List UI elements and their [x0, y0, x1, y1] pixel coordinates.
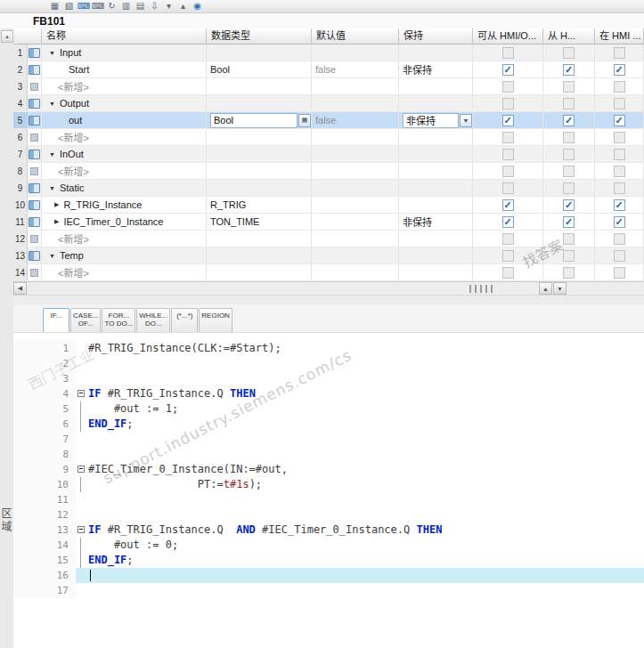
- scroll-up-icon[interactable]: ▲: [1, 30, 13, 43]
- declaration-row-12[interactable]: 12<新增>: [13, 231, 644, 247]
- insert-row-icon[interactable]: ▦: [49, 1, 61, 12]
- hmi-writable-checkbox[interactable]: [563, 182, 575, 194]
- code-line-8[interactable]: 8: [13, 447, 644, 462]
- default-value-cell[interactable]: [312, 264, 399, 280]
- data-type-cell[interactable]: [207, 247, 312, 263]
- name-cell[interactable]: ▶IEC_Timer_0_Instance: [42, 214, 207, 230]
- code-line-2[interactable]: 2: [13, 356, 644, 371]
- collapse-all-icon[interactable]: ▴: [177, 1, 189, 12]
- section-collapse-icon[interactable]: ▼: [49, 253, 55, 259]
- hmi-accessible-checkbox[interactable]: ✓: [502, 216, 514, 228]
- splitter-grip[interactable]: [469, 285, 493, 293]
- hmi-writable-checkbox[interactable]: ✓: [563, 216, 575, 228]
- default-value-cell[interactable]: [312, 180, 399, 196]
- snippet-comment-button[interactable]: (*...*): [171, 308, 198, 332]
- snippet-while-button[interactable]: WHILE... DO...: [136, 308, 170, 332]
- retain-dropdown-button[interactable]: ▼: [460, 114, 472, 127]
- data-type-cell[interactable]: [207, 231, 312, 247]
- hmi-visible-checkbox[interactable]: ✓: [614, 115, 625, 126]
- declaration-row-2[interactable]: 2StartBoolfalse非保持✓✓✓: [13, 61, 644, 78]
- default-value-cell[interactable]: [312, 163, 399, 179]
- name-cell[interactable]: Start: [42, 61, 207, 77]
- code-line-15[interactable]: 15END_IF;: [13, 553, 644, 568]
- code-line-4[interactable]: 4IF #R_TRIG_Instance.Q THEN: [13, 386, 644, 401]
- scroll-left-icon[interactable]: ◀: [13, 282, 27, 295]
- header-retain[interactable]: 保持: [399, 28, 473, 45]
- hmi-visible-checkbox[interactable]: [614, 98, 625, 109]
- data-type-cell[interactable]: [207, 95, 312, 111]
- expand-struct-icon[interactable]: ▶: [54, 201, 59, 208]
- left-scroll-strip[interactable]: ▲ 区域: [0, 28, 14, 648]
- hmi-visible-checkbox[interactable]: ✓: [614, 216, 625, 228]
- data-type-cell[interactable]: [207, 180, 312, 196]
- code-line-3[interactable]: 3: [13, 371, 644, 386]
- splitter-band[interactable]: [13, 296, 644, 304]
- header-accessible-hmi[interactable]: 可从 HMI/O...: [473, 28, 543, 45]
- declaration-row-11[interactable]: 11▶IEC_Timer_0_InstanceTON_TIME非保持✓✓✓: [13, 214, 644, 231]
- data-type-cell[interactable]: [207, 163, 312, 179]
- code-line-5[interactable]: 5 #out := 1;: [13, 401, 644, 417]
- retain-cell[interactable]: [399, 163, 473, 179]
- hmi-writable-checkbox[interactable]: [563, 47, 575, 59]
- section-collapse-icon[interactable]: ▼: [49, 185, 55, 191]
- fold-marker-icon[interactable]: [76, 522, 88, 538]
- data-type-cell[interactable]: [207, 264, 312, 280]
- snapshot-icon[interactable]: ▥: [120, 1, 132, 12]
- data-type-cell[interactable]: Bool▦: [207, 112, 312, 128]
- retain-cell[interactable]: [399, 78, 473, 94]
- hmi-visible-checkbox[interactable]: ✓: [614, 64, 625, 76]
- default-value-cell[interactable]: [312, 214, 399, 230]
- snippet-case-button[interactable]: CASE... OF...: [70, 308, 101, 332]
- hmi-accessible-checkbox[interactable]: [502, 250, 514, 262]
- header-data-type[interactable]: 数据类型: [207, 28, 312, 45]
- data-type-cell[interactable]: R_TRIG: [207, 197, 312, 213]
- hmi-visible-checkbox[interactable]: [614, 166, 625, 177]
- declaration-row-5[interactable]: 5outBool▦false非保持▼✓✓✓: [13, 112, 644, 129]
- declaration-row-7[interactable]: 7▼InOut: [13, 146, 644, 163]
- scl-code-editor[interactable]: 1#R_TRIG_Instance(CLK:=#Start);234IF #R_…: [13, 333, 644, 648]
- name-cell[interactable]: <新增>: [42, 129, 207, 145]
- default-value-cell[interactable]: false: [312, 112, 399, 128]
- data-type-cell[interactable]: [207, 146, 312, 162]
- hmi-writable-checkbox[interactable]: [563, 81, 575, 93]
- hmi-visible-checkbox[interactable]: [614, 132, 625, 143]
- hmi-writable-checkbox[interactable]: ✓: [563, 115, 575, 126]
- hmi-accessible-checkbox[interactable]: [502, 166, 514, 177]
- name-cell[interactable]: ▼InOut: [42, 146, 207, 162]
- code-line-12[interactable]: 12: [13, 507, 644, 522]
- data-type-cell[interactable]: [207, 45, 312, 61]
- hmi-writable-checkbox[interactable]: [563, 166, 575, 177]
- header-default-value[interactable]: 默认值: [312, 28, 399, 45]
- splitter-collapse-down-icon[interactable]: ▼: [553, 282, 567, 295]
- default-value-cell[interactable]: false: [312, 61, 399, 77]
- data-type-cell[interactable]: [207, 129, 312, 145]
- hmi-accessible-checkbox[interactable]: [502, 132, 514, 143]
- retain-cell[interactable]: [399, 231, 473, 247]
- code-line-17[interactable]: 17: [13, 583, 644, 598]
- fold-marker-icon[interactable]: [76, 462, 88, 477]
- retain-field[interactable]: 非保持: [403, 113, 459, 128]
- hmi-accessible-checkbox[interactable]: [502, 182, 514, 194]
- retain-cell[interactable]: [399, 129, 473, 145]
- retain-cell[interactable]: [399, 180, 473, 196]
- hmi-visible-checkbox[interactable]: [614, 233, 625, 245]
- load-values-icon[interactable]: ⇩: [149, 1, 160, 12]
- code-line-16[interactable]: 16: [13, 568, 644, 583]
- default-value-cell[interactable]: [312, 78, 399, 94]
- retain-cell[interactable]: [399, 264, 473, 280]
- datatype-field[interactable]: Bool: [210, 113, 298, 128]
- hmi-writable-checkbox[interactable]: ✓: [563, 64, 575, 76]
- name-cell[interactable]: ▼Temp: [42, 247, 207, 263]
- keyboard-icon[interactable]: ⌨: [77, 1, 89, 12]
- declaration-row-6[interactable]: 6<新增>: [13, 129, 644, 146]
- monitor-all-icon[interactable]: ◉: [192, 1, 203, 12]
- hmi-writable-checkbox[interactable]: [563, 98, 575, 109]
- code-line-6[interactable]: 6END_IF;: [13, 417, 644, 432]
- snippet-if-button[interactable]: IF...: [43, 308, 69, 332]
- hmi-visible-checkbox[interactable]: [614, 81, 625, 93]
- hmi-visible-checkbox[interactable]: ✓: [614, 199, 625, 211]
- hmi-accessible-checkbox[interactable]: ✓: [502, 199, 514, 211]
- section-collapse-icon[interactable]: ▼: [49, 151, 55, 158]
- hmi-accessible-checkbox[interactable]: ✓: [502, 115, 514, 126]
- name-cell[interactable]: ▼Output: [42, 95, 207, 111]
